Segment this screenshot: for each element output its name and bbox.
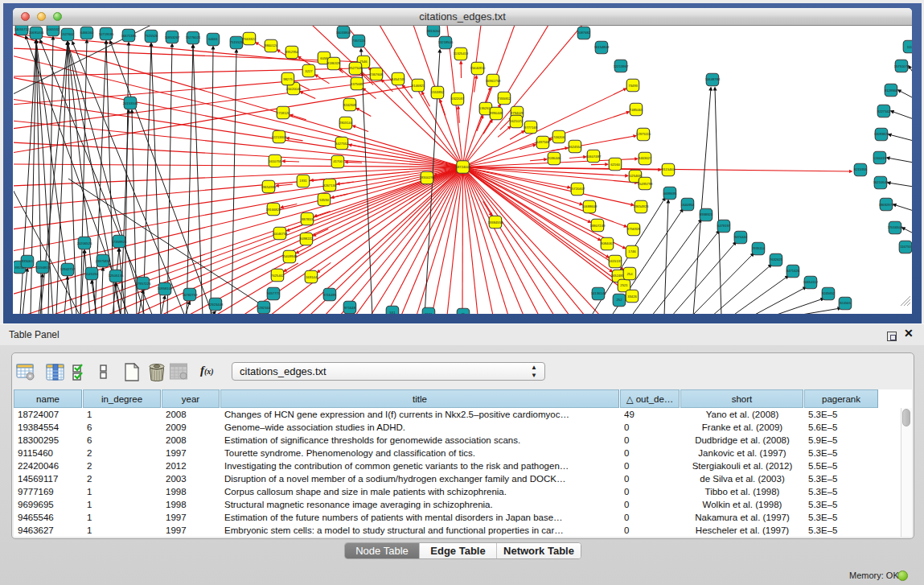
svg-text:17016504: 17016504 (888, 225, 903, 229)
svg-text:1292344: 1292344 (257, 306, 271, 310)
svg-text:2087682: 2087682 (577, 31, 591, 35)
svg-text:16671385: 16671385 (121, 34, 137, 38)
svg-text:8912954: 8912954 (285, 50, 299, 54)
svg-text:17359924: 17359924 (112, 240, 127, 244)
svg-text:8471626: 8471626 (786, 269, 800, 273)
svg-text:2718120: 2718120 (277, 111, 290, 115)
svg-text:9527508: 9527508 (349, 66, 363, 70)
svg-text:12505135: 12505135 (109, 274, 124, 278)
svg-text:2935114: 2935114 (752, 246, 766, 250)
svg-text:116753: 116753 (900, 245, 911, 249)
svg-text:2521: 2521 (620, 283, 628, 287)
svg-text:2803144: 2803144 (339, 121, 353, 125)
svg-text:9457771: 9457771 (267, 291, 281, 295)
svg-text:1610755: 1610755 (269, 159, 282, 163)
svg-text:19166827: 19166827 (266, 208, 281, 212)
svg-text:64661: 64661 (208, 37, 218, 41)
svg-text:1553852: 1553852 (431, 90, 445, 94)
svg-text:7663822: 7663822 (243, 37, 257, 41)
svg-text:9777169: 9777169 (524, 126, 538, 130)
svg-text:971648: 971648 (344, 306, 356, 310)
svg-text:19654985: 19654985 (261, 185, 277, 189)
svg-text:19654923: 19654923 (634, 204, 649, 208)
svg-text:3267130: 3267130 (323, 183, 337, 187)
svg-text:252: 252 (617, 298, 623, 302)
svg-text:1931: 1931 (299, 179, 307, 183)
svg-text:85: 85 (462, 312, 466, 314)
svg-text:8186328: 8186328 (327, 61, 341, 65)
svg-text:20206526: 20206526 (77, 241, 92, 245)
svg-text:12975115: 12975115 (636, 132, 651, 136)
svg-text:15640910: 15640910 (470, 66, 486, 70)
svg-text:6322037: 6322037 (451, 97, 465, 101)
svg-text:23420046: 23420046 (286, 87, 302, 91)
svg-text:11156819: 11156819 (35, 266, 51, 270)
svg-text:18724007: 18724007 (456, 165, 471, 169)
svg-text:9716485: 9716485 (323, 293, 337, 297)
svg-text:3375685: 3375685 (351, 82, 364, 86)
svg-text:9474444: 9474444 (734, 235, 748, 239)
svg-text:9756928: 9756928 (627, 227, 641, 231)
svg-text:53594: 53594 (319, 198, 329, 202)
svg-text:8531: 8531 (425, 312, 433, 314)
svg-text:7632621: 7632621 (770, 257, 783, 262)
svg-text:7625402: 7625402 (271, 274, 285, 278)
svg-text:746206: 746206 (553, 135, 565, 139)
svg-text:16033809: 16033809 (336, 31, 351, 35)
svg-text:9084067: 9084067 (601, 241, 614, 245)
svg-text:924565: 924565 (840, 301, 852, 305)
svg-text:12942757: 12942757 (60, 267, 76, 271)
svg-text:0699695: 0699695 (663, 192, 677, 196)
svg-text:9227342: 9227342 (877, 109, 891, 113)
svg-text:1746: 1746 (628, 249, 636, 253)
svg-text:9990448: 9990448 (490, 111, 503, 115)
svg-text:20153346: 20153346 (123, 101, 138, 105)
svg-text:98275: 98275 (283, 77, 293, 81)
svg-text:7485063: 7485063 (630, 108, 643, 112)
svg-text:9115460: 9115460 (662, 167, 676, 171)
svg-text:9242848: 9242848 (343, 103, 357, 107)
svg-text:1640954: 1640954 (681, 203, 695, 207)
svg-text:7515526: 7515526 (145, 34, 158, 38)
svg-text:17957225: 17957225 (136, 282, 151, 286)
svg-text:15276021: 15276021 (186, 35, 201, 39)
svg-text:7515526: 7515526 (230, 40, 244, 44)
svg-text:16210643: 16210643 (873, 180, 889, 184)
svg-text:19692971: 19692971 (879, 203, 894, 207)
svg-text:9245652: 9245652 (822, 291, 836, 295)
svg-text:16154808: 16154808 (594, 45, 610, 49)
svg-text:15720407: 15720407 (570, 187, 585, 191)
svg-text:9860124: 9860124 (265, 43, 278, 47)
svg-text:8938923: 8938923 (700, 212, 713, 216)
svg-text:7355812: 7355812 (498, 97, 511, 101)
svg-text:33426: 33426 (627, 295, 637, 299)
svg-text:12923448: 12923448 (208, 303, 224, 307)
svg-text:41700: 41700 (333, 159, 343, 163)
svg-text:1065532: 1065532 (47, 27, 60, 31)
svg-text:169144: 169144 (306, 275, 318, 279)
svg-text:16961758: 16961758 (486, 79, 501, 83)
svg-text:6466160: 6466160 (80, 31, 94, 35)
svg-text:23975857: 23975857 (96, 259, 111, 263)
svg-text:19384554: 19384554 (488, 220, 503, 225)
svg-text:3427552: 3427552 (335, 142, 349, 146)
svg-text:8454749: 8454749 (392, 77, 405, 81)
svg-text:62160: 62160 (610, 163, 620, 167)
svg-text:6497568: 6497568 (536, 140, 550, 144)
svg-text:111: 111 (907, 45, 912, 49)
svg-text:9794028: 9794028 (511, 111, 524, 115)
svg-text:2036446: 2036446 (548, 156, 561, 160)
svg-text:12093822: 12093822 (874, 132, 889, 136)
svg-text:9463627: 9463627 (639, 156, 652, 160)
svg-text:1621072: 1621072 (510, 119, 524, 123)
svg-text:16782759: 16782759 (183, 293, 198, 297)
svg-text:887833: 887833 (302, 217, 314, 221)
svg-text:10719185: 10719185 (99, 32, 114, 36)
svg-text:2367608: 2367608 (370, 72, 384, 76)
svg-text:15751074: 15751074 (894, 64, 910, 68)
svg-text:10607487: 10607487 (586, 154, 602, 159)
svg-text:1527602: 1527602 (61, 32, 75, 36)
svg-text:18300295: 18300295 (420, 175, 435, 179)
svg-text:13218506: 13218506 (438, 40, 454, 44)
svg-text:10958107: 10958107 (158, 286, 173, 290)
